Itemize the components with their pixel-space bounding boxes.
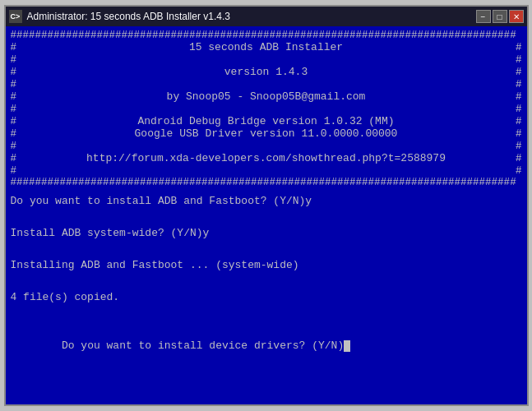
bottom-hash-line: ########################################… — [11, 177, 522, 188]
console-area: ########################################… — [6, 26, 527, 404]
title-bar-left: C> Administrator: 15 seconds ADB Install… — [9, 10, 230, 23]
header-row-2: # version 1.4.3 # — [11, 66, 522, 78]
console-line-7: 4 file(s) copied. — [11, 289, 522, 306]
hash-left-1: # — [11, 42, 17, 53]
console-output: Do you want to install ADB and Fastboot?… — [11, 193, 522, 370]
header-row-6: # http://forum.xda-developers.com/showth… — [11, 152, 522, 164]
header-row-3: # by Snoop05 - Snoop05B@gmail.com # — [11, 90, 522, 103]
window-icon: C> — [9, 10, 22, 23]
header-row-empty-1: # # — [11, 53, 522, 66]
header-line-4: Android Debug Bridge version 1.0.32 (MM) — [18, 115, 514, 127]
header-line-5: Google USB Driver version 11.0.0000.0000… — [18, 127, 514, 140]
top-hash-line: ########################################… — [11, 30, 522, 41]
console-line-8 — [11, 306, 522, 322]
console-line-6 — [11, 274, 522, 290]
console-line-1: Do you want to install ADB and Fastboot?… — [11, 193, 522, 210]
header-row-4: # Android Debug Bridge version 1.0.32 (M… — [11, 115, 522, 127]
hash-suffix: # — [510, 30, 516, 41]
header-row-empty-2: # # — [11, 78, 522, 90]
title-bar: C> Administrator: 15 seconds ADB Install… — [6, 7, 527, 26]
console-line-4 — [11, 242, 522, 258]
maximize-button[interactable]: □ — [493, 10, 507, 23]
header-row-empty-5: # # — [11, 164, 522, 177]
header-row-5: # Google USB Driver version 11.0.0000.00… — [11, 127, 522, 140]
window-title: Administrator: 15 seconds ADB Installer … — [27, 11, 230, 22]
console-line-9: Do you want to install device drivers? (… — [11, 321, 522, 370]
main-window: C> Administrator: 15 seconds ADB Install… — [4, 5, 529, 406]
header-row-empty-3: # # — [11, 103, 522, 115]
header-line-6: http://forum.xda-developers.com/showthre… — [18, 152, 514, 164]
hash-prefix: # — [11, 30, 17, 41]
header-row-empty-4: # # — [11, 140, 522, 152]
minimize-button[interactable]: − — [476, 10, 491, 23]
hash-right-1: # — [516, 42, 522, 53]
header-row-1: # 15 seconds ADB Installer # — [11, 41, 522, 53]
header-line-3: by Snoop05 - Snoop05B@gmail.com — [18, 90, 514, 103]
console-line-5: Installing ADB and Fastboot ... (system-… — [11, 257, 522, 274]
close-button[interactable]: ✕ — [509, 10, 524, 23]
cursor-blink — [344, 340, 350, 352]
console-line-2 — [11, 210, 522, 226]
console-line-3: Install ADB system-wide? (Y/N)y — [11, 225, 522, 242]
title-bar-buttons: − □ ✕ — [476, 10, 524, 23]
header-line-1: 15 seconds ADB Installer — [18, 41, 514, 53]
header-line-2: version 1.4.3 — [18, 66, 514, 78]
